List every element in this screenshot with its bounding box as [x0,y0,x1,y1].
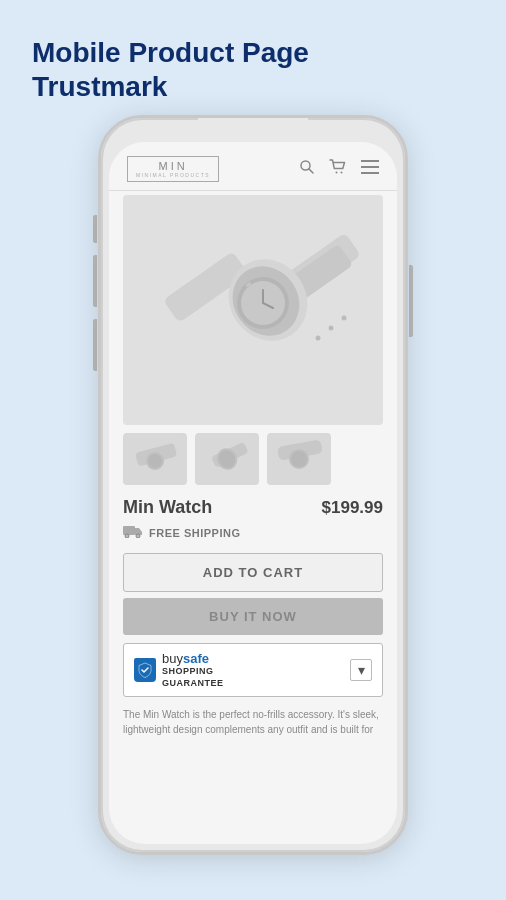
brand-name: MIN [158,160,187,172]
phone-frame: MIN MINIMAL PRODUCTS [98,115,408,855]
svg-rect-29 [123,526,135,535]
watch-illustration [123,195,383,425]
product-main-image [123,195,383,425]
product-name: Min Watch [123,497,212,518]
svg-point-10 [329,326,334,331]
menu-icon[interactable] [361,160,379,178]
svg-point-2 [336,172,338,174]
buysafe-left: buysafe SHOPPING GUARANTEE [134,651,224,689]
buysafe-shield-icon [134,658,156,682]
buysafe-expand-icon[interactable]: ▾ [350,659,372,681]
phone-notch [198,118,308,140]
add-to-cart-button[interactable]: ADD TO CART [123,553,383,592]
brand-logo: MIN MINIMAL PRODUCTS [127,156,219,182]
thumbnail-3[interactable] [267,433,331,485]
shipping-label: FREE SHIPPING [149,527,240,539]
add-to-cart-label: ADD TO CART [203,565,303,580]
page-title: Mobile Product Page Trustmark [32,36,309,103]
buy-it-now-label: BUY IT NOW [209,609,297,624]
shipping-truck-icon [123,524,143,541]
brand-sub: MINIMAL PRODUCTS [136,172,210,178]
svg-point-28 [291,451,307,467]
svg-point-9 [316,336,321,341]
shipping-row: FREE SHIPPING [123,524,383,541]
svg-point-31 [136,534,140,538]
header-icons [299,159,379,179]
product-description: The Min Watch is the perfect no-frills a… [123,707,383,737]
phone-power-btn [409,265,413,337]
svg-line-1 [309,169,313,173]
svg-point-11 [342,316,347,321]
phone-screen: MIN MINIMAL PRODUCTS [109,142,397,844]
phone-volume-down-btn [93,319,97,371]
product-price: $199.99 [322,498,383,518]
buysafe-brand-name: buysafe [162,651,224,666]
svg-point-30 [125,534,129,538]
buy-it-now-button[interactable]: BUY IT NOW [123,598,383,635]
store-header: MIN MINIMAL PRODUCTS [109,142,397,190]
search-icon[interactable] [299,159,315,179]
thumbnail-1[interactable] [123,433,187,485]
buysafe-guarantee-text: SHOPPING GUARANTEE [162,666,224,689]
header-divider [109,190,397,191]
buysafe-badge[interactable]: buysafe SHOPPING GUARANTEE ▾ [123,643,383,697]
phone-volume-mute-btn [93,215,97,243]
phone-mockup: MIN MINIMAL PRODUCTS [98,115,408,855]
product-info-row: Min Watch $199.99 [123,497,383,518]
phone-volume-up-btn [93,255,97,307]
thumbnail-2[interactable] [195,433,259,485]
svg-point-3 [341,172,343,174]
cart-icon[interactable] [329,159,347,179]
thumbnail-row [123,433,383,485]
buysafe-text: buysafe SHOPPING GUARANTEE [162,651,224,689]
svg-point-22 [148,454,162,468]
